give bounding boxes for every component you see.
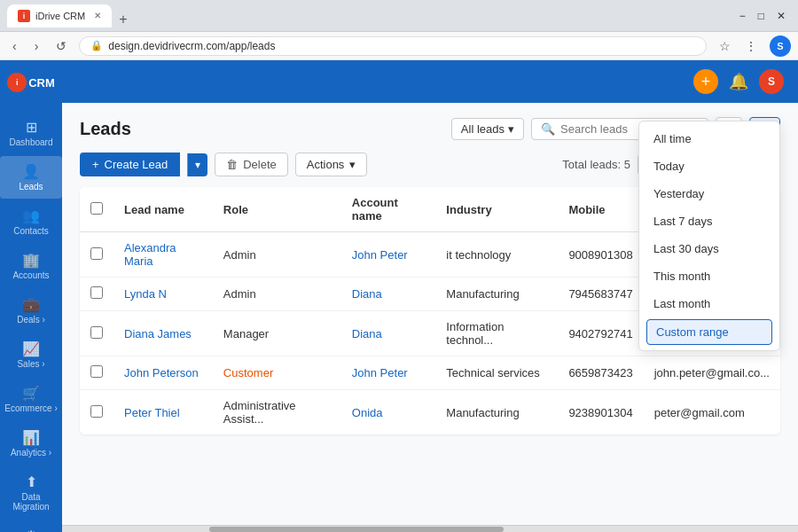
more-options-icon[interactable]: ⋮ — [739, 37, 763, 55]
date-option-last-month[interactable]: Last month — [639, 290, 779, 317]
lead-name-link-2[interactable]: Diana James — [124, 327, 192, 340]
date-option-yesterday[interactable]: Yesterday — [639, 180, 779, 207]
tab-close-icon[interactable]: ✕ — [94, 11, 101, 20]
date-option-last-30-days[interactable]: Last 30 days — [639, 235, 779, 262]
column-account-name: Account name — [341, 187, 436, 232]
accounts-icon: 🏢 — [22, 252, 40, 269]
sidebar-item-leads[interactable]: 👤 Leads — [0, 156, 62, 199]
row-lead-name: John Peterson — [113, 356, 213, 390]
row-checkbox-3[interactable] — [90, 365, 103, 378]
row-role: Administrative Assist... — [213, 390, 341, 435]
date-option-today[interactable]: Today — [639, 153, 779, 180]
horizontal-scrollbar[interactable] — [62, 525, 798, 532]
sidebar-item-deals[interactable]: 💼 Deals › — [0, 289, 62, 332]
ecommerce-icon: 🛒 — [22, 385, 40, 402]
date-option-all-time[interactable]: All time — [639, 125, 779, 153]
row-lead-name: Lynda N — [113, 278, 213, 311]
scrollbar-thumb[interactable] — [209, 527, 504, 532]
tab-title: iDrive CRM — [35, 11, 85, 21]
row-lead-name: Diana James — [113, 311, 213, 356]
filter-label: All leads — [461, 122, 505, 136]
filter-dropdown[interactable]: All leads ▾ — [451, 118, 524, 140]
plus-icon: + — [92, 158, 99, 171]
column-mobile: Mobile — [558, 187, 643, 232]
row-account-name: John Peter — [341, 356, 436, 390]
row-mobile: 9402792741 — [558, 311, 643, 356]
sidebar-item-sales[interactable]: 📈 Sales › — [0, 333, 62, 376]
add-button[interactable]: + — [693, 69, 718, 94]
row-mobile: 9238901304 — [558, 390, 643, 435]
minimize-button[interactable]: − — [734, 8, 751, 24]
sidebar-item-analytics[interactable]: 📊 Analytics › — [0, 422, 62, 465]
maximize-button[interactable]: □ — [753, 8, 770, 24]
logo-icon: i — [7, 73, 27, 92]
actions-button[interactable]: Actions ▾ — [295, 153, 368, 176]
row-checkbox-1[interactable] — [90, 286, 103, 299]
trash-icon: 🗑 — [226, 158, 238, 171]
sidebar-item-contacts[interactable]: 👥 Contacts — [0, 200, 62, 243]
browser-user-avatar[interactable]: S — [770, 35, 791, 57]
row-account-name: Diana — [341, 311, 436, 356]
account-link-1[interactable]: Diana — [352, 287, 382, 301]
row-lead-name: Peter Thiel — [113, 390, 213, 435]
topbar: + 🔔 S — [62, 60, 798, 103]
close-button[interactable]: ✕ — [771, 8, 791, 24]
row-checkbox-2[interactable] — [90, 326, 103, 339]
user-avatar[interactable]: S — [759, 69, 784, 94]
row-checkbox-cell — [80, 311, 113, 356]
account-link-4[interactable]: Onida — [352, 406, 383, 419]
lock-icon: 🔒 — [90, 40, 103, 51]
back-button[interactable]: ‹ — [7, 37, 22, 55]
sidebar-item-settings[interactable]: ⚙ Settings › — [0, 520, 62, 532]
logo-text: CRM — [28, 76, 55, 90]
row-checkbox-0[interactable] — [90, 247, 103, 260]
row-industry: Information technol... — [435, 311, 558, 356]
lead-name-link-1[interactable]: Lynda N — [124, 287, 167, 301]
lead-name-link-0[interactable]: Alexandra Maria — [124, 241, 176, 268]
row-checkbox-4[interactable] — [90, 405, 103, 418]
date-option-last-7-days[interactable]: Last 7 days — [639, 207, 779, 235]
row-checkbox-cell — [80, 232, 113, 278]
tab-favicon: i — [18, 10, 30, 22]
row-lead-name: Alexandra Maria — [113, 232, 213, 278]
sidebar-item-data-migration[interactable]: ⬆ Data Migration — [0, 466, 62, 519]
url-bar[interactable]: 🔒 design.devidrivecrm.com/app/leads — [79, 36, 707, 56]
row-mobile: 7945683747 — [558, 278, 643, 311]
account-link-0[interactable]: John Peter — [352, 248, 408, 262]
sidebar-item-dashboard[interactable]: ⊞ Dashboard — [0, 112, 62, 154]
sidebar-contacts-label: Contacts — [13, 226, 48, 236]
sidebar-accounts-label: Accounts — [12, 270, 49, 280]
bookmark-icon[interactable]: ☆ — [714, 37, 736, 55]
forward-button[interactable]: › — [29, 37, 44, 55]
date-range-dropdown: All timeTodayYesterdayLast 7 daysLast 30… — [638, 121, 780, 351]
lead-name-link-4[interactable]: Peter Thiel — [124, 406, 180, 419]
row-mobile: 9008901308 — [558, 232, 643, 278]
account-link-2[interactable]: Diana — [352, 327, 382, 340]
delete-button[interactable]: 🗑 Delete — [215, 153, 288, 176]
sidebar-ecommerce-label: Ecommerce › — [4, 403, 57, 413]
address-bar: ‹ › ↺ 🔒 design.devidrivecrm.com/app/lead… — [0, 32, 798, 60]
url-text: design.devidrivecrm.com/app/leads — [108, 40, 695, 52]
date-option-custom-range[interactable]: Custom range — [646, 319, 772, 345]
row-industry: Manufacturing — [435, 390, 558, 435]
sidebar-item-accounts[interactable]: 🏢 Accounts — [0, 245, 62, 287]
refresh-button[interactable]: ↺ — [51, 37, 72, 55]
row-industry: Technical services — [435, 356, 558, 390]
column-role: Role — [213, 187, 341, 232]
account-link-3[interactable]: John Peter — [352, 366, 408, 379]
select-all-checkbox[interactable] — [90, 202, 103, 215]
notification-icon[interactable]: 🔔 — [729, 72, 748, 91]
data-migration-icon: ⬆ — [26, 473, 37, 490]
row-account-name: Onida — [341, 390, 436, 435]
dashboard-icon: ⊞ — [26, 119, 37, 136]
create-lead-dropdown-button[interactable]: ▾ — [187, 153, 207, 176]
create-lead-button[interactable]: + Create Lead — [80, 153, 180, 176]
date-option-this-month[interactable]: This month — [639, 262, 779, 290]
sidebar-item-ecommerce[interactable]: 🛒 Ecommerce › — [0, 378, 62, 420]
row-role: Manager — [213, 311, 341, 356]
sidebar-sales-label: Sales › — [17, 359, 44, 369]
delete-label: Delete — [243, 158, 277, 171]
new-tab-button[interactable]: + — [115, 12, 130, 27]
total-leads-label: Total leads: 5 — [562, 158, 630, 171]
lead-name-link-3[interactable]: John Peterson — [124, 366, 199, 379]
